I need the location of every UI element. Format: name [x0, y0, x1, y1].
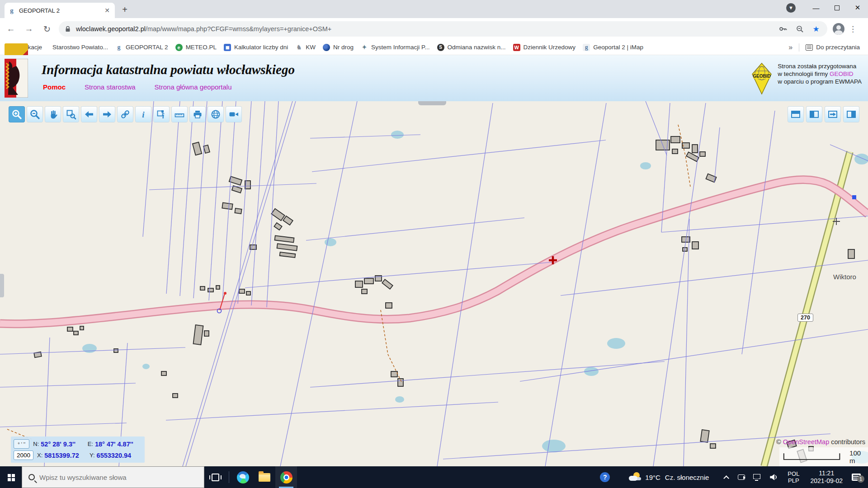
new-tab-button[interactable]: + [118, 4, 131, 16]
browser-tab-strip: g GEOPORTAL 2 ✕ + ▼ — ✕ [0, 0, 868, 18]
parcel-line [653, 103, 706, 466]
minimize-button[interactable]: — [806, 0, 826, 15]
link-button[interactable] [118, 107, 133, 122]
language-indicator[interactable]: POLPLP [788, 470, 799, 484]
taskbar: 19°C Cz. słonecznie POLPLP 11:212021-09-… [0, 466, 868, 488]
bookmarks-overflow-icon[interactable]: » [788, 43, 793, 52]
bookmark-item[interactable]: ♞KW [295, 44, 316, 51]
taskbar-chrome-active[interactable] [275, 466, 297, 488]
panel-right-button[interactable] [844, 107, 859, 122]
osm-link[interactable]: OpenStreetMap [783, 438, 829, 446]
n-label: N: [33, 441, 39, 447]
parcel-line [661, 216, 868, 232]
zoom-in-button[interactable] [9, 107, 24, 122]
building [208, 288, 213, 292]
bookmark-item[interactable]: ▦Kalkulator liczby dni [224, 44, 288, 51]
pond [542, 440, 566, 452]
taskbar-edge[interactable] [232, 466, 254, 488]
map-toolbar: ii [9, 107, 241, 122]
url-field[interactable]: wloclawek.geoportal2.pl/map/www/mapa.php… [59, 21, 827, 37]
bookmark-star-icon[interactable]: ★ [810, 23, 822, 35]
meet-now-icon[interactable] [738, 474, 745, 480]
back-arrow-button[interactable] [81, 107, 97, 122]
reading-list-button[interactable]: Do przeczytania [806, 44, 860, 51]
volume-icon[interactable] [770, 474, 777, 480]
forward-arrow-button[interactable] [99, 107, 115, 122]
notification-center-icon[interactable]: 1 [852, 474, 861, 481]
start-button[interactable] [0, 466, 22, 488]
dms-toggle-button[interactable]: ° ' '' [14, 439, 29, 449]
panel-arrow-right-button[interactable] [825, 107, 840, 122]
tray-expand-icon[interactable] [724, 475, 730, 481]
help-icon[interactable] [600, 472, 610, 482]
parcel-line [520, 329, 868, 381]
taskbar-weather[interactable]: 19°C Cz. słonecznie [629, 472, 709, 482]
password-key-icon[interactable] [778, 23, 789, 35]
browser-menu-icon[interactable]: ⋮ [849, 24, 857, 34]
bookmark-item[interactable]: WDziennik Urzedowy [513, 44, 576, 51]
panel-top-button[interactable] [788, 107, 803, 122]
taskbar-search[interactable] [22, 466, 204, 488]
globe-icon [210, 109, 221, 120]
forward-button[interactable]: → [22, 22, 36, 36]
credit-line-1: Strona została przygotowana [778, 62, 862, 70]
bookmark-item[interactable]: Starostwo Powiato... [49, 44, 108, 51]
header-link[interactable]: Strona starostwa [85, 83, 136, 91]
select-info-button[interactable]: i [154, 107, 169, 122]
back-button[interactable]: ← [4, 22, 18, 36]
scale-input[interactable] [14, 450, 33, 460]
forward-arrow-icon [102, 109, 113, 120]
zoom-extent-button[interactable] [63, 107, 79, 122]
svg-text:i: i [162, 112, 165, 120]
network-icon[interactable] [753, 474, 760, 479]
left-panel-handle[interactable] [0, 274, 4, 297]
link-icon [120, 109, 131, 120]
bookmark-item[interactable]: gGEOPORTAL 2 [115, 44, 168, 51]
bookmark-item[interactable]: eMETEO.PL [175, 44, 217, 51]
parcel-line [742, 111, 775, 354]
search-input[interactable] [39, 474, 193, 481]
n-value: 52° 28' 9.3'' [41, 441, 75, 448]
close-button[interactable]: ✕ [847, 0, 868, 15]
globe-button[interactable] [208, 107, 223, 122]
bookmark-item[interactable]: SOdmiana nazwisk n... [437, 44, 506, 51]
place-label: Wiktoro [833, 273, 856, 281]
task-view-button[interactable] [204, 466, 226, 488]
bookmark-item[interactable]: Nr drog [323, 44, 354, 51]
header-link[interactable]: Strona główna geoportalu [155, 83, 232, 91]
bookmark-item[interactable]: ✦System Informacji P... [361, 44, 430, 51]
map-canvas[interactable]: ii Wiktoro 270 ° ' '' N:52° 28' 9.3'' E:… [0, 101, 868, 466]
header-link[interactable]: Pomoc [43, 83, 66, 91]
windows-logo-icon [8, 474, 11, 477]
reload-button[interactable]: ↻ [40, 22, 54, 36]
maximize-button[interactable] [826, 0, 847, 15]
print-button[interactable] [190, 107, 205, 122]
pond [854, 154, 868, 164]
building [382, 279, 392, 289]
parcel-line [312, 140, 606, 172]
browser-update-icon[interactable]: ▼ [786, 3, 796, 13]
browser-tab[interactable]: g GEOPORTAL 2 ✕ [5, 3, 115, 18]
parcel-line [180, 101, 193, 296]
reading-list-icon [806, 44, 813, 51]
zoom-out-page-icon[interactable] [794, 23, 806, 35]
profile-avatar[interactable] [833, 23, 844, 35]
building [386, 303, 392, 308]
measure-button[interactable] [172, 107, 187, 122]
parcel-line [251, 101, 265, 305]
bookmark-item[interactable]: gGeoportal 2 | iMap [583, 44, 643, 51]
cal-favicon: ▦ [224, 44, 231, 51]
taskbar-clock[interactable]: 11:212021-09-02 [810, 469, 843, 485]
tab-close-icon[interactable]: ✕ [103, 6, 111, 14]
info-button[interactable]: i [136, 107, 151, 122]
taskbar-file-explorer[interactable] [254, 466, 275, 488]
panel-left-button[interactable] [807, 107, 822, 122]
geobid-link[interactable]: GEOBID [830, 70, 854, 77]
bookmark-label: Dziennik Urzedowy [524, 44, 576, 51]
zoom-out-button[interactable] [27, 107, 42, 122]
video-button[interactable] [226, 107, 241, 122]
desktop: g GEOPORTAL 2 ✕ + ▼ — ✕ ← → ↻ wloclawek.… [0, 0, 868, 488]
x-value: 5815399.72 [44, 452, 79, 459]
top-panel-handle[interactable] [418, 101, 446, 105]
pan-hand-button[interactable] [45, 107, 61, 122]
